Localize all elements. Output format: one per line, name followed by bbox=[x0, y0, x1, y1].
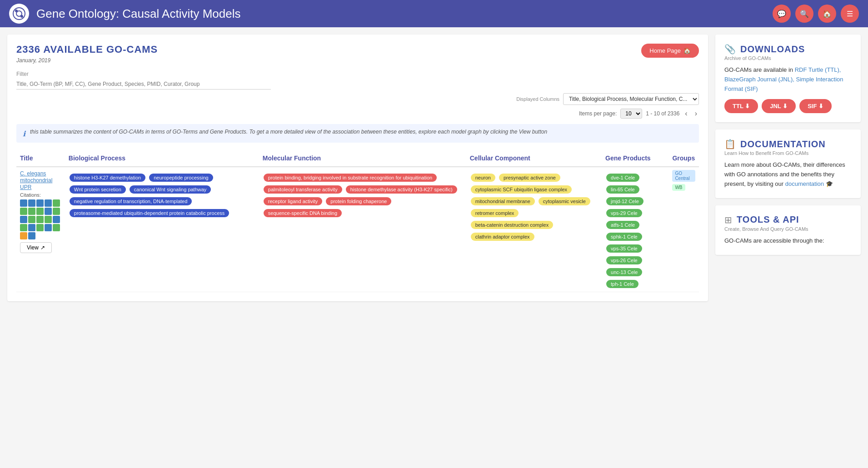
list-item: palmitoleoyl transferase activity bbox=[264, 185, 342, 194]
cit-10 bbox=[53, 208, 60, 215]
groups-cell: GO Central WB bbox=[668, 167, 699, 292]
cit-17 bbox=[28, 224, 35, 231]
info-text: this table summarizes the content of GO-… bbox=[30, 129, 547, 135]
cit-3 bbox=[36, 199, 44, 207]
cit-12 bbox=[28, 216, 35, 223]
jnl-download-button[interactable]: JNL ⬇ bbox=[762, 99, 796, 113]
list-item: unc-13 Cele bbox=[606, 268, 642, 276]
title-cell: C. elegans mitochondrial UPR Citations: bbox=[16, 167, 65, 292]
list-item: negative regulation of transcription, DN… bbox=[70, 197, 192, 205]
prev-page-button[interactable]: ‹ bbox=[683, 110, 689, 118]
citation-squares bbox=[20, 199, 61, 239]
left-panel: 2336 AVAILABLE GO-CAMS January, 2019 Hom… bbox=[7, 35, 708, 301]
list-item: clathrin adaptor complex bbox=[471, 233, 534, 241]
list-item: histone H3-K27 demethylation bbox=[70, 174, 145, 182]
list-item: cytoplasmic vesicle bbox=[539, 197, 590, 205]
filter-input[interactable] bbox=[16, 79, 271, 90]
cit-1 bbox=[20, 199, 27, 207]
cit-19 bbox=[45, 224, 52, 231]
documentation-link[interactable]: documentation 🎓 bbox=[785, 180, 833, 187]
comment-button[interactable]: 💬 bbox=[773, 5, 791, 23]
columns-select[interactable]: Title, Biological Process, Molecular Fun… bbox=[563, 93, 699, 105]
list-item: vps-29 Cele bbox=[606, 209, 642, 217]
list-item: receptor ligand activity bbox=[264, 197, 322, 205]
table-header-row: Title Biological Process Molecular Funct… bbox=[16, 150, 699, 167]
col-cell-component: Cellular Component bbox=[466, 150, 602, 167]
list-item: dve-1 Cele bbox=[606, 174, 639, 182]
header: Gene Ontology: Causal Activity Models 💬 … bbox=[0, 0, 868, 27]
documentation-card: 📋 DOCUMENTATION Learn How to Benefit Fro… bbox=[715, 129, 861, 198]
cit-18 bbox=[36, 224, 44, 231]
cell-component-cell: neuron presynaptic active zone cytoplasm… bbox=[466, 167, 602, 292]
items-per-page-label: Items per page: bbox=[579, 110, 617, 117]
gene-products-cell: dve-1 Cele lin-65 Cele jmjd-12 Cele vps-… bbox=[602, 167, 668, 292]
page-info: 1 - 10 of 2336 bbox=[646, 110, 679, 117]
download-btns: TTL ⬇ JNL ⬇ SIF ⬇ bbox=[724, 99, 852, 113]
pagination-row: Items per page: 102550 1 - 10 of 2336 ‹ … bbox=[16, 109, 699, 119]
per-page-select[interactable]: 102550 bbox=[620, 109, 642, 119]
list-item: neuron bbox=[471, 174, 495, 182]
wb-badge: WB bbox=[672, 184, 685, 191]
columns-row: Displayed Columns Title, Biological Proc… bbox=[16, 93, 699, 105]
list-item: proteasome-mediated ubiquitin-dependent … bbox=[70, 209, 229, 217]
documentation-text: Learn more about GO-CAMs, their differen… bbox=[724, 160, 852, 189]
list-item: Wnt protein secretion bbox=[70, 185, 126, 194]
tools-icon: ⊞ bbox=[724, 214, 732, 225]
list-item: neuropeptide processing bbox=[149, 174, 213, 182]
go-central-badge: GO Central bbox=[672, 170, 695, 182]
gene-product-tags: dve-1 Cele lin-65 Cele jmjd-12 Cele vps-… bbox=[605, 173, 665, 289]
list-item: retromer complex bbox=[471, 209, 519, 217]
bio-process-tags: histone H3-K27 demethylation neuropeptid… bbox=[69, 173, 255, 218]
downloads-subtitle: Archive of GO-CAMs bbox=[724, 55, 852, 61]
date-subtitle: January, 2019 bbox=[16, 57, 158, 64]
bio-process-cell: histone H3-K27 demethylation neuropeptid… bbox=[65, 167, 259, 292]
svg-point-0 bbox=[13, 8, 25, 20]
list-item: vps-35 Cele bbox=[606, 244, 642, 253]
list-item: sequence-specific DNA binding bbox=[264, 209, 342, 217]
list-item: histone demethylase activity (H3-K27 spe… bbox=[346, 185, 457, 194]
downloads-title: DOWNLOADS bbox=[740, 44, 805, 55]
col-groups: Groups bbox=[668, 150, 699, 167]
list-item: protein binding, bridging involved in su… bbox=[264, 174, 437, 182]
col-gene-products: Gene Products bbox=[602, 150, 668, 167]
downloads-icon: 📎 bbox=[724, 44, 736, 55]
title-section: 2336 AVAILABLE GO-CAMS January, 2019 bbox=[16, 44, 158, 64]
view-button[interactable]: View ↗ bbox=[20, 242, 52, 253]
home-button[interactable]: 🏠 bbox=[818, 5, 836, 23]
menu-button[interactable]: ☰ bbox=[841, 5, 859, 23]
cit-21 bbox=[20, 232, 27, 239]
jnl-link[interactable]: BlazeGraph Journal (JNL), bbox=[724, 76, 794, 83]
columns-label: Displayed Columns bbox=[516, 96, 559, 102]
next-page-button[interactable]: › bbox=[693, 110, 699, 118]
cit-11 bbox=[20, 216, 27, 223]
list-item: sphk-1 Cele bbox=[606, 233, 642, 241]
cit-22 bbox=[28, 232, 35, 239]
view-btn-label: View bbox=[27, 244, 39, 251]
col-title: Title bbox=[16, 150, 65, 167]
documentation-icon: 📋 bbox=[724, 139, 736, 149]
tools-title: TOOLS & API bbox=[737, 214, 799, 225]
list-item: atfs-1 Cele bbox=[606, 221, 639, 229]
ttl-download-button[interactable]: TTL ⬇ bbox=[724, 99, 758, 113]
table-row: C. elegans mitochondrial UPR Citations: bbox=[16, 167, 699, 292]
tools-card: ⊞ TOOLS & API Create, Browse And Query G… bbox=[715, 205, 861, 255]
sif-download-button[interactable]: SIF ⬇ bbox=[799, 99, 832, 113]
ttl-link[interactable]: RDF Turtle (TTL), bbox=[795, 66, 841, 73]
info-icon: ℹ bbox=[23, 129, 25, 138]
list-item: presynaptic active zone bbox=[499, 174, 560, 182]
list-item: beta-catenin destruction complex bbox=[471, 221, 553, 229]
search-button[interactable]: 🔍 bbox=[795, 5, 813, 23]
svg-point-2 bbox=[15, 10, 18, 12]
cit-16 bbox=[20, 224, 27, 231]
home-page-icon: 🏠 bbox=[683, 47, 691, 54]
cit-2 bbox=[28, 199, 35, 207]
cit-15 bbox=[53, 216, 60, 223]
documentation-title: DOCUMENTATION bbox=[740, 139, 826, 149]
home-page-button[interactable]: Home Page 🏠 bbox=[641, 44, 699, 58]
title-link[interactable]: C. elegans mitochondrial UPR bbox=[20, 170, 52, 190]
cit-5 bbox=[53, 199, 60, 207]
cit-6 bbox=[20, 208, 27, 215]
list-item: mitochondrial membrane bbox=[471, 197, 535, 205]
header-left: Gene Ontology: Causal Activity Models bbox=[9, 4, 240, 24]
col-bio-process: Biological Process bbox=[65, 150, 259, 167]
